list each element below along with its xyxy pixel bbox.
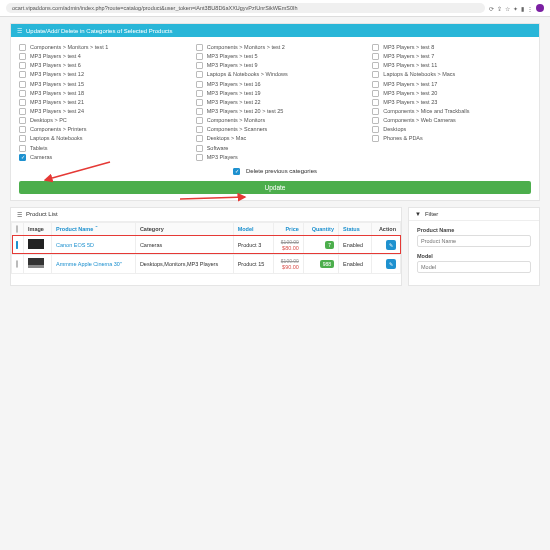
- reload-icon[interactable]: ⟳: [489, 5, 494, 12]
- filter-model-input[interactable]: [417, 261, 531, 273]
- category-checkbox[interactable]: [372, 99, 379, 106]
- category-row: Desktops > PC: [19, 116, 178, 125]
- category-checkbox[interactable]: [19, 154, 26, 161]
- category-checkbox[interactable]: [196, 154, 203, 161]
- category-row: MP3 Players > test 8: [372, 43, 531, 52]
- flag-icon[interactable]: ▮: [521, 5, 524, 12]
- update-button[interactable]: Update: [19, 181, 531, 194]
- category-checkbox[interactable]: [19, 145, 26, 152]
- category-row: MP3 Players > test 5: [196, 52, 355, 61]
- category-checkbox[interactable]: [19, 117, 26, 124]
- puzzle-icon[interactable]: ✦: [513, 5, 518, 12]
- category-checkbox[interactable]: [19, 62, 26, 69]
- category-row: Laptops & Notebooks > Macs: [372, 70, 531, 79]
- category-row: MP3 Players > test 11: [372, 61, 531, 70]
- product-list-header: ☰ Product List: [11, 208, 401, 222]
- category-checkbox[interactable]: [19, 90, 26, 97]
- category-checkbox[interactable]: [196, 117, 203, 124]
- category-checkbox[interactable]: [196, 81, 203, 88]
- product-name-link[interactable]: Canon EOS 5D: [56, 242, 94, 248]
- category-checkbox[interactable]: [196, 135, 203, 142]
- category-row: MP3 Players > test 6: [19, 61, 178, 70]
- category-checkbox[interactable]: [372, 135, 379, 142]
- browser-toolbar: ⟳ ⇪ ☆ ✦ ▮ ⋮: [489, 4, 544, 12]
- category-checkbox[interactable]: [19, 135, 26, 142]
- category-checkbox[interactable]: [372, 62, 379, 69]
- product-table: Image Product Name ˄ Category Model Pric…: [11, 222, 401, 274]
- row-checkbox[interactable]: [16, 260, 18, 268]
- category-checkbox[interactable]: [196, 53, 203, 60]
- category-checkbox[interactable]: [196, 145, 203, 152]
- category-checkbox[interactable]: [196, 90, 203, 97]
- filter-panel: ▼ Filter Product Name Model: [408, 207, 540, 286]
- category-row: Components > Web Cameras: [372, 116, 531, 125]
- category-label: Laptops & Notebooks: [30, 135, 83, 142]
- category-row: Components > Monitors > test 2: [196, 43, 355, 52]
- category-row: Laptops & Notebooks > Windows: [196, 70, 355, 79]
- category-checkbox[interactable]: [372, 44, 379, 51]
- row-checkbox[interactable]: [16, 241, 18, 249]
- category-checkbox[interactable]: [196, 99, 203, 106]
- category-label: Components > Scanners: [207, 126, 268, 133]
- category-checkbox[interactable]: [372, 90, 379, 97]
- category-checkbox[interactable]: [19, 99, 26, 106]
- category-checkbox[interactable]: [372, 53, 379, 60]
- col-image[interactable]: Image: [24, 222, 52, 235]
- category-checkbox[interactable]: [372, 81, 379, 88]
- category-row: Tablets: [19, 144, 178, 153]
- category-checkbox[interactable]: [19, 53, 26, 60]
- category-row: MP3 Players > test 23: [372, 98, 531, 107]
- product-thumb: [28, 258, 44, 268]
- category-checkbox[interactable]: [19, 108, 26, 115]
- avatar[interactable]: [536, 4, 544, 12]
- category-checkbox[interactable]: [196, 71, 203, 78]
- category-row: MP3 Players: [196, 153, 355, 162]
- product-status: Enabled: [338, 235, 371, 254]
- col-category[interactable]: Category: [135, 222, 233, 235]
- category-label: MP3 Players > test 5: [207, 53, 258, 60]
- category-checkbox[interactable]: [196, 108, 203, 115]
- category-checkbox[interactable]: [196, 62, 203, 69]
- category-checkbox[interactable]: [19, 81, 26, 88]
- browser-chrome: ocart.vipaddons.com/admin/index.php?rout…: [0, 0, 550, 17]
- category-checkbox[interactable]: [19, 44, 26, 51]
- category-label: MP3 Players > test 23: [383, 99, 437, 106]
- url-bar[interactable]: ocart.vipaddons.com/admin/index.php?rout…: [6, 3, 485, 13]
- category-checkbox[interactable]: [19, 71, 26, 78]
- edit-button[interactable]: ✎: [386, 240, 396, 250]
- category-checkbox[interactable]: [372, 71, 379, 78]
- col-name[interactable]: Product Name ˄: [52, 222, 136, 235]
- category-label: MP3 Players > test 17: [383, 81, 437, 88]
- category-checkbox[interactable]: [19, 126, 26, 133]
- category-label: Components > Printers: [30, 126, 86, 133]
- category-label: Tablets: [30, 145, 47, 152]
- category-checkbox[interactable]: [372, 117, 379, 124]
- filter-model-label: Model: [417, 253, 531, 259]
- category-label: Laptops & Notebooks > Windows: [207, 71, 288, 78]
- filter-name-input[interactable]: [417, 235, 531, 247]
- product-list-panel: ☰ Product List Image Product Name ˄ Cate…: [10, 207, 402, 286]
- col-model[interactable]: Model: [233, 222, 273, 235]
- star-icon[interactable]: ☆: [505, 5, 510, 12]
- filter-header: ▼ Filter: [409, 208, 539, 221]
- category-checkbox[interactable]: [372, 126, 379, 133]
- col-qty[interactable]: Quantity: [303, 222, 338, 235]
- col-price[interactable]: Price: [273, 222, 303, 235]
- category-checkbox[interactable]: [196, 126, 203, 133]
- category-row: Phones & PDAs: [372, 134, 531, 143]
- col-status[interactable]: Status: [338, 222, 371, 235]
- category-label: Components > Web Cameras: [383, 117, 456, 124]
- category-label: Components > Monitors: [207, 117, 266, 124]
- product-name-link[interactable]: Ammme Apple Cinema 30": [56, 261, 122, 267]
- menu-icon[interactable]: ⋮: [527, 5, 533, 12]
- category-label: Desktops: [383, 126, 406, 133]
- category-checkbox[interactable]: [196, 44, 203, 51]
- edit-button[interactable]: ✎: [386, 259, 396, 269]
- share-icon[interactable]: ⇪: [497, 5, 502, 12]
- product-price: $100.00$90.00: [273, 254, 303, 273]
- delete-prev-checkbox[interactable]: [233, 168, 240, 175]
- category-label: MP3 Players > test 4: [30, 53, 81, 60]
- category-checkbox[interactable]: [372, 108, 379, 115]
- select-all-checkbox[interactable]: [16, 225, 18, 233]
- product-category: Cameras: [135, 235, 233, 254]
